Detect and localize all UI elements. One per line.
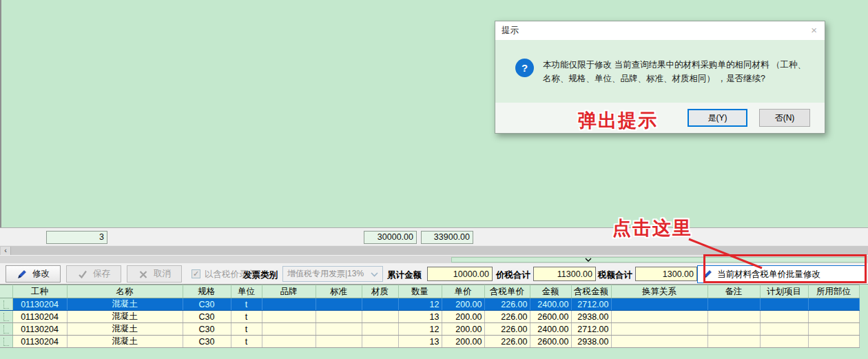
cell-unit[interactable]: t: [231, 323, 262, 336]
cell-conversion[interactable]: [611, 336, 707, 348]
cell-note[interactable]: [707, 323, 760, 336]
cell-spec[interactable]: C30: [183, 298, 231, 311]
cell-gongzhong[interactable]: 01130204: [12, 311, 67, 323]
cell-name[interactable]: 混凝土: [67, 298, 183, 311]
cell-brand[interactable]: [262, 311, 316, 323]
no-button[interactable]: 否(N): [759, 109, 810, 127]
tax-total-field[interactable]: [635, 267, 697, 281]
table-row[interactable]: 01130204 混凝土 C30 t 13 200.00 226.00 2600…: [0, 336, 859, 348]
col-header[interactable]: 所用部位: [808, 285, 859, 298]
cell-unit[interactable]: t: [231, 336, 262, 348]
cell-gongzhong[interactable]: 01130204: [12, 298, 67, 311]
cell-standard[interactable]: [316, 336, 362, 348]
chevron-down-icon: [371, 272, 378, 277]
cell-standard[interactable]: [316, 298, 362, 311]
cell-plan-item[interactable]: [760, 298, 808, 311]
cell-note[interactable]: [707, 311, 760, 323]
cell-used-part[interactable]: [808, 323, 859, 336]
col-header[interactable]: 换算关系: [611, 285, 707, 298]
invoice-type-select[interactable]: 增值税专用发票|13%: [282, 266, 383, 282]
cell-standard[interactable]: [316, 311, 362, 323]
cell-plan-item[interactable]: [760, 323, 808, 336]
cell-material[interactable]: [362, 336, 398, 348]
table-row[interactable]: 01130204 混凝土 C30 t 13 200.00 226.00 2600…: [0, 311, 859, 323]
modify-button[interactable]: 修改: [6, 265, 61, 283]
cell-tax-amount[interactable]: 2712.00: [571, 298, 611, 311]
col-header[interactable]: 单位: [231, 285, 262, 298]
cell-price[interactable]: 200.00: [442, 298, 484, 311]
cell-plan-item[interactable]: [760, 311, 808, 323]
cell-brand[interactable]: [262, 336, 316, 348]
dialog-titlebar[interactable]: 提示 ×: [495, 21, 825, 40]
cell-tax-amount[interactable]: 2938.00: [571, 336, 611, 348]
cell-amount[interactable]: 2600.00: [530, 311, 571, 323]
cell-qty[interactable]: 13: [398, 336, 442, 348]
dialog-message: 本功能仅限于修改 当前查询结果中的材料采购单的相同材料 （工种、名称、规格、单位…: [543, 58, 812, 103]
cell-spec[interactable]: C30: [183, 323, 231, 336]
table-row[interactable]: 01130204 混凝土 C30 t 12 200.00 226.00 2400…: [0, 323, 859, 336]
cell-qty[interactable]: 13: [398, 311, 442, 323]
col-header[interactable]: 含税金额: [571, 285, 611, 298]
cell-qty[interactable]: 12: [398, 323, 442, 336]
col-header[interactable]: 单价: [442, 285, 484, 298]
cell-brand[interactable]: [262, 323, 316, 336]
cell-amount[interactable]: 2400.00: [530, 298, 571, 311]
cell-used-part[interactable]: [808, 311, 859, 323]
col-header[interactable]: 工种: [12, 285, 67, 298]
cell-gongzhong[interactable]: 01130204: [12, 336, 67, 348]
cell-used-part[interactable]: [808, 298, 859, 311]
save-button[interactable]: 保存: [66, 265, 121, 283]
col-header[interactable]: 规格: [183, 285, 231, 298]
cell-amount[interactable]: 2600.00: [530, 336, 571, 348]
cell-used-part[interactable]: [808, 336, 859, 348]
cancel-button[interactable]: 取消: [127, 265, 182, 283]
col-header[interactable]: 计划项目: [760, 285, 808, 298]
cell-note[interactable]: [707, 336, 760, 348]
cell-conversion[interactable]: [611, 323, 707, 336]
cell-qty[interactable]: 12: [398, 298, 442, 311]
splitter-collapse-icon[interactable]: [585, 258, 592, 262]
col-header[interactable]: 名称: [67, 285, 183, 298]
cell-price[interactable]: 200.00: [442, 336, 484, 348]
cell-tax-amount[interactable]: 2712.00: [571, 323, 611, 336]
cell-name[interactable]: 混凝土: [67, 336, 183, 348]
cell-tax-price[interactable]: 226.00: [484, 298, 530, 311]
cell-material[interactable]: [362, 311, 398, 323]
price-tax-total-field[interactable]: [533, 267, 596, 281]
cell-price[interactable]: 200.00: [442, 311, 484, 323]
cell-conversion[interactable]: [611, 311, 707, 323]
yes-button[interactable]: 是(Y): [688, 109, 747, 127]
cell-note[interactable]: [707, 298, 760, 311]
horizontal-scrollbar[interactable]: ‹: [0, 245, 868, 255]
cell-plan-item[interactable]: [760, 336, 808, 348]
col-header[interactable]: 标准: [316, 285, 362, 298]
cell-conversion[interactable]: [611, 298, 707, 311]
cell-amount[interactable]: 2400.00: [530, 323, 571, 336]
cell-unit[interactable]: t: [231, 311, 262, 323]
cell-unit[interactable]: t: [231, 298, 262, 311]
cell-tax-price[interactable]: 226.00: [484, 311, 530, 323]
col-header[interactable]: 品牌: [262, 285, 316, 298]
cell-spec[interactable]: C30: [183, 336, 231, 348]
close-icon[interactable]: ×: [811, 25, 817, 35]
cell-gongzhong[interactable]: 01130204: [12, 323, 67, 336]
cell-material[interactable]: [362, 298, 398, 311]
col-header[interactable]: 含税单价: [484, 285, 530, 298]
cell-name[interactable]: 混凝土: [67, 323, 183, 336]
scroll-left-icon[interactable]: ‹: [1, 247, 11, 255]
cell-material[interactable]: [362, 323, 398, 336]
col-header[interactable]: 数量: [398, 285, 442, 298]
cumulative-amount-field[interactable]: [427, 267, 493, 281]
cell-brand[interactable]: [262, 298, 316, 311]
table-row[interactable]: 01130204 混凝土 C30 t 12 200.00 226.00 2400…: [0, 298, 859, 311]
cell-price[interactable]: 200.00: [442, 323, 484, 336]
cell-tax-price[interactable]: 226.00: [484, 336, 530, 348]
cell-tax-price[interactable]: 226.00: [484, 323, 530, 336]
cell-standard[interactable]: [316, 323, 362, 336]
col-header[interactable]: 材质: [362, 285, 398, 298]
col-header[interactable]: 金额: [530, 285, 571, 298]
cell-tax-amount[interactable]: 2938.00: [571, 311, 611, 323]
cell-name[interactable]: 混凝土: [67, 311, 183, 323]
col-header[interactable]: 备注: [707, 285, 760, 298]
cell-spec[interactable]: C30: [183, 311, 231, 323]
